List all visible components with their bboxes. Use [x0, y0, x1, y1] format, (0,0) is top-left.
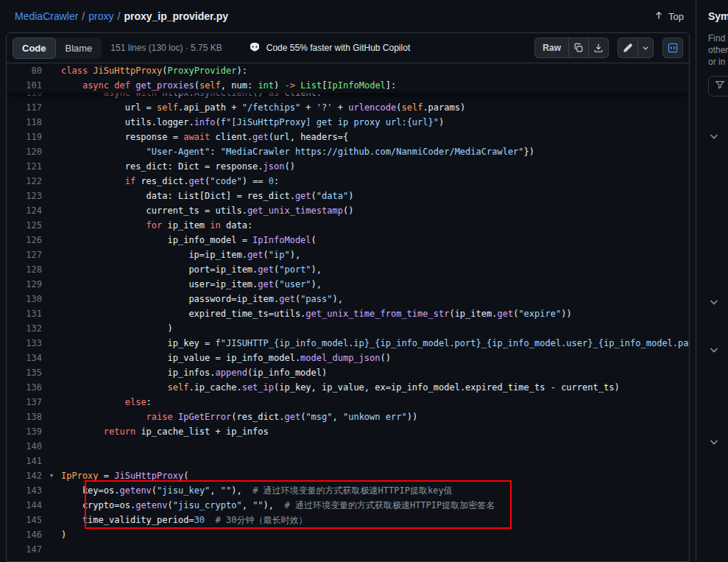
symbol-expand-chevron-icon[interactable]: [708, 296, 720, 308]
code-line: 144 crypto=os.getenv("jisu_crypto", ""),…: [7, 498, 689, 513]
fold-spacer: [42, 395, 61, 410]
line-number[interactable]: 146: [7, 527, 42, 542]
back-to-top-label: Top: [668, 11, 684, 22]
code-line: 139 return ip_cache_list + ip_infos: [7, 424, 689, 439]
symbol-expand-chevron-icon[interactable]: [708, 436, 720, 448]
line-number[interactable]: 126: [7, 233, 42, 247]
code-line: 80class JiSuHttpProxy(ProxyProvider):: [7, 63, 689, 78]
line-number[interactable]: 117: [7, 100, 42, 115]
line-number[interactable]: 135: [7, 365, 42, 380]
code-text: class JiSuHttpProxy(ProxyProvider):: [61, 63, 247, 78]
raw-button[interactable]: Raw: [534, 38, 569, 58]
symbol-expand-chevron-icon[interactable]: [708, 130, 720, 142]
edit-button[interactable]: [618, 38, 638, 58]
code-text: port=ip_item.get("port"),: [61, 262, 322, 277]
line-number[interactable]: 119: [7, 130, 42, 144]
line-number[interactable]: 130: [7, 292, 42, 306]
line-number[interactable]: 129: [7, 277, 42, 292]
line-number[interactable]: 118: [7, 115, 42, 130]
breadcrumb-row: MediaCrawler / proxy / proxy_ip_provider…: [0, 0, 696, 32]
fold-spacer: [42, 483, 61, 498]
code-line: 126 ip_info_model = IpInfoModel(: [7, 233, 689, 247]
fold-spacer: [42, 306, 61, 321]
file-content-column: MediaCrawler / proxy / proxy_ip_provider…: [0, 0, 696, 562]
download-button[interactable]: [588, 38, 609, 58]
line-number[interactable]: 137: [7, 395, 42, 410]
symbols-panel-toggle[interactable]: [662, 38, 683, 58]
fold-spacer: [42, 365, 61, 380]
line-number[interactable]: 144: [7, 498, 42, 513]
line-number[interactable]: 132: [7, 321, 42, 336]
code-text: for ip_item in data:: [61, 218, 252, 233]
file-box: Code Blame 151 lines (130 loc) · 5.75 KB…: [6, 32, 690, 562]
breadcrumb-folder-link[interactable]: proxy: [88, 10, 113, 22]
code-text: "User-Agent": "MediaCrawler https://gith…: [61, 144, 534, 159]
code-text: ip_infos.append(ip_info_model): [61, 365, 327, 380]
code-text: ): [61, 321, 173, 336]
line-number[interactable]: 123: [7, 189, 42, 203]
code-text: ip_info_model = IpInfoModel(: [61, 233, 317, 247]
code-text: res_dict: Dict = response.json(): [61, 159, 295, 174]
fold-spacer: [42, 247, 61, 262]
tab-code[interactable]: Code: [13, 38, 56, 59]
code-text: IpProxy = JiSuHttpProxy(: [61, 468, 188, 483]
line-number[interactable]: 80: [7, 63, 42, 78]
line-number[interactable]: 125: [7, 218, 42, 233]
code-text: expired_time_ts=utils.get_unix_time_from…: [61, 306, 572, 321]
download-icon: [593, 43, 604, 53]
code-text: async def get_proxies(self, num: int) ->…: [61, 78, 396, 93]
code-line: 130 password=ip_item.get("pass"),: [7, 292, 689, 306]
fold-spacer: [42, 159, 61, 174]
line-number[interactable]: 140: [7, 439, 42, 454]
line-number[interactable]: 136: [7, 380, 42, 395]
code-line: 118 utils.logger.info(f"[JiSuHttpProxy] …: [7, 115, 689, 130]
line-number[interactable]: 120: [7, 144, 42, 159]
breadcrumb-separator: /: [82, 10, 85, 22]
code-view[interactable]: 116 async with httpx.AsyncClient() as cl…: [7, 63, 689, 561]
code-line: 140: [7, 439, 689, 454]
fold-spacer: [42, 424, 61, 439]
edit-dropdown-button[interactable]: [637, 38, 654, 58]
line-number[interactable]: 147: [7, 542, 42, 557]
line-number[interactable]: 133: [7, 336, 42, 351]
line-number[interactable]: 131: [7, 306, 42, 321]
fold-spacer: [42, 439, 61, 454]
fold-spacer: [42, 292, 61, 306]
code-line: 119 response = await client.get(url, hea…: [7, 130, 689, 144]
fold-spacer: [42, 115, 61, 130]
code-line: 147: [7, 542, 689, 557]
line-number[interactable]: 145: [7, 513, 42, 527]
line-number[interactable]: 143: [7, 483, 42, 498]
line-number[interactable]: 138: [7, 410, 42, 424]
copy-button[interactable]: [568, 38, 589, 58]
code-square-icon: [668, 43, 678, 53]
code-line: 123 data: List[Dict] = res_dict.get("dat…: [7, 189, 689, 203]
line-number[interactable]: 142: [7, 468, 42, 483]
code-text: user=ip_item.get("user"),: [61, 277, 322, 292]
line-number[interactable]: 134: [7, 351, 42, 365]
fold-spacer: [42, 100, 61, 115]
fold-spacer: [42, 218, 61, 233]
line-number[interactable]: 101: [7, 78, 42, 93]
line-number[interactable]: 121: [7, 159, 42, 174]
fold-spacer: [42, 527, 61, 542]
collapse-chevron-icon[interactable]: ▾: [42, 468, 61, 483]
line-number[interactable]: 141: [7, 454, 42, 468]
line-number[interactable]: 127: [7, 247, 42, 262]
symbol-expand-chevron-icon[interactable]: [708, 344, 720, 356]
pencil-icon: [623, 43, 633, 53]
fold-spacer: [42, 78, 61, 93]
copilot-banner[interactable]: Code 55% faster with GitHub Copilot: [249, 41, 410, 55]
code-text: raise IpGetError(res_dict.get("msg", "un…: [61, 410, 417, 424]
breadcrumb: MediaCrawler / proxy / proxy_ip_provider…: [15, 10, 228, 22]
breadcrumb-repo-link[interactable]: MediaCrawler: [15, 10, 78, 22]
line-number[interactable]: 124: [7, 203, 42, 218]
line-number[interactable]: 128: [7, 262, 42, 277]
code-text: ip_key = f"JISUHTTP_{ip_info_model.ip}_{…: [61, 336, 689, 351]
line-number[interactable]: 139: [7, 424, 42, 439]
symbols-panel-description: Find definitions and references for func…: [708, 32, 728, 69]
back-to-top-button[interactable]: Top: [654, 10, 684, 23]
tab-blame[interactable]: Blame: [56, 38, 102, 59]
github-file-view: MediaCrawler / proxy / proxy_ip_provider…: [0, 0, 728, 562]
line-number[interactable]: 122: [7, 174, 42, 189]
